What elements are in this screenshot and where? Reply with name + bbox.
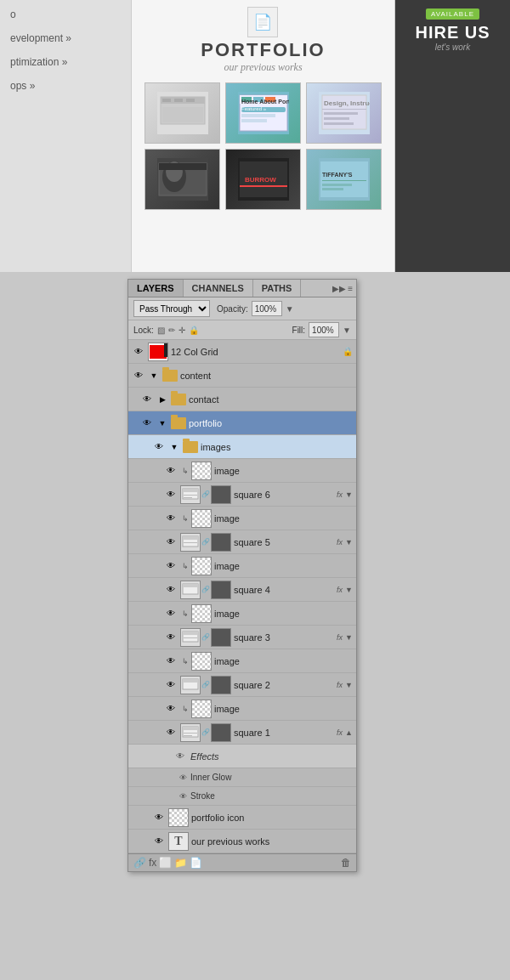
visibility-eye[interactable]: 👁 (152, 811, 166, 824)
folder-arrow-down[interactable]: ▼ (168, 441, 180, 453)
nav-item-2[interactable]: evelopment » (10, 32, 121, 44)
visibility-eye[interactable]: 👁 (164, 464, 178, 478)
svg-text:Design, Instruct: Design, Instruct (324, 99, 370, 107)
layer-images-folder[interactable]: 👁 ▼ images (128, 435, 356, 459)
panel-menu-icon[interactable]: ▶▶ (332, 284, 346, 293)
opacity-label: Opacity: (217, 304, 248, 314)
lock-paint-icon[interactable]: ✏ (168, 326, 175, 335)
layer-image2[interactable]: 👁 ↳ image (128, 649, 356, 673)
layer-image6[interactable]: 👁 ↳ image (128, 459, 356, 483)
opacity-value[interactable]: 100% (252, 301, 282, 316)
new-group-button[interactable]: 📁 (174, 857, 187, 869)
visibility-eye[interactable]: 👁 (152, 440, 166, 454)
layer-image3[interactable]: 👁 ↳ image (128, 602, 356, 626)
fill-value[interactable]: 100% (309, 322, 339, 337)
layer-12col-grid[interactable]: 👁 12 Col Grid 🔒 (128, 340, 356, 364)
tab-layers[interactable]: LAYERS (128, 280, 184, 297)
hire-panel: AVAILABLE HIRE US let's work (395, 0, 510, 272)
tab-paths[interactable]: PATHS (253, 280, 302, 297)
effect-eye-inner-glow[interactable]: 👁 (179, 773, 187, 782)
thumb-pair-square5: 🔗 (180, 533, 231, 552)
layer-fx-arrow-square5[interactable]: ▼ (345, 538, 353, 547)
effects-eye[interactable]: 👁 (176, 751, 184, 761)
lock-transparency-icon[interactable]: ▨ (157, 326, 165, 335)
portfolio-thumb-2[interactable]: Home About Port Featured » (225, 82, 301, 144)
visibility-eye[interactable]: 👁 (164, 726, 178, 739)
layer-thumb-12col (148, 343, 168, 361)
lock-all-icon[interactable]: 🔒 (189, 326, 199, 335)
opacity-arrow[interactable]: ▼ (286, 304, 294, 314)
portfolio-thumb-3[interactable]: Design, Instruct (306, 82, 382, 144)
layer-name-images: images (201, 442, 353, 452)
link-icon: 🔗 (201, 633, 210, 641)
nav-item-3[interactable]: ptimization » (10, 56, 121, 68)
layer-thumb-square3-main (180, 628, 201, 647)
effect-eye-stroke[interactable]: 👁 (179, 792, 187, 801)
portfolio-thumb-4[interactable] (144, 149, 220, 210)
layers-list: 👁 12 Col Grid 🔒 👁 ▼ content 👁 ▶ contact … (128, 340, 356, 853)
visibility-eye[interactable]: 👁 (152, 835, 166, 848)
layer-contact-folder[interactable]: 👁 ▶ contact (128, 388, 356, 411)
portfolio-thumb-5[interactable]: BURROW (225, 149, 301, 210)
visibility-eye[interactable]: 👁 (164, 488, 178, 501)
add-style-button[interactable]: fx (149, 857, 156, 869)
svg-rect-4 (174, 99, 183, 102)
layer-fx-arrow-square6[interactable]: ▼ (345, 490, 353, 499)
nav-item-1[interactable]: o (10, 8, 121, 20)
visibility-eye[interactable]: 👁 (140, 416, 154, 430)
folder-icon-content (162, 370, 178, 382)
effect-inner-glow[interactable]: 👁 Inner Glow (128, 768, 356, 787)
layer-fx-arrow-square2[interactable]: ▼ (345, 681, 353, 689)
layer-square5[interactable]: 👁 🔗 square 5 fx ▼ (128, 530, 356, 554)
visibility-eye[interactable]: 👁 (164, 654, 178, 668)
layer-thumb-square5-main (180, 533, 201, 552)
portfolio-thumb-1[interactable] (144, 82, 220, 144)
nav-item-4[interactable]: ops » (10, 80, 121, 92)
layer-thumb-text: T (168, 832, 189, 851)
visibility-eye[interactable]: 👁 (164, 535, 178, 549)
folder-arrow-down[interactable]: ▼ (148, 370, 160, 382)
svg-rect-15 (241, 119, 267, 122)
layer-thumb-image6 (191, 462, 212, 480)
layer-fx-arrow-square3[interactable]: ▼ (345, 633, 353, 642)
visibility-eye[interactable]: 👁 (164, 678, 178, 692)
blend-mode-select[interactable]: Pass Through Normal Multiply Screen (133, 300, 210, 317)
visibility-eye[interactable]: 👁 (140, 393, 154, 406)
layer-fx-arrow-square4[interactable]: ▼ (345, 586, 353, 594)
layer-image1[interactable]: 👁 ↳ image (128, 697, 356, 721)
layer-content-folder[interactable]: 👁 ▼ content (128, 364, 356, 388)
portfolio-thumb-6[interactable]: TIFFANY'S (306, 149, 382, 210)
lock-position-icon[interactable]: ✛ (178, 326, 185, 335)
add-mask-button[interactable]: ⬜ (159, 857, 172, 869)
layer-square6[interactable]: 👁 🔗 square 6 fx ▼ (128, 483, 356, 507)
visibility-eye[interactable]: 👁 (164, 512, 178, 525)
link-layers-button[interactable]: 🔗 (133, 857, 146, 869)
layer-square3[interactable]: 👁 🔗 square 3 fx ▼ (128, 626, 356, 649)
layer-portfolio-folder[interactable]: 👁 ▼ portfolio (128, 411, 356, 435)
visibility-eye[interactable]: 👁 (164, 607, 178, 620)
delete-layer-button[interactable]: 🗑 (341, 857, 351, 869)
visibility-eye[interactable]: 👁 (132, 369, 145, 382)
fill-arrow[interactable]: ▼ (343, 326, 351, 335)
tab-channels[interactable]: CHANNELS (184, 280, 253, 297)
new-layer-button[interactable]: 📄 (190, 857, 202, 869)
layer-image4[interactable]: 👁 ↳ image (128, 554, 356, 578)
folder-arrow-right[interactable]: ▶ (156, 394, 168, 405)
layer-fx-arrow-square1[interactable]: ▲ (345, 728, 353, 737)
visibility-eye[interactable]: 👁 (164, 631, 178, 644)
layer-square2[interactable]: 👁 🔗 square 2 fx ▼ (128, 673, 356, 697)
layer-portfolio-icon[interactable]: 👁 portfolio icon (128, 806, 356, 830)
visibility-eye[interactable]: 👁 (164, 702, 178, 716)
layer-our-previous-works[interactable]: 👁 T our previous works (128, 830, 356, 853)
visibility-eye[interactable]: 👁 (164, 559, 178, 573)
visibility-eye[interactable]: 👁 (164, 583, 178, 597)
effect-stroke[interactable]: 👁 Stroke (128, 787, 356, 806)
layer-image5[interactable]: 👁 ↳ image (128, 507, 356, 530)
layer-thumb-square6-main (180, 485, 201, 504)
layer-square1[interactable]: 👁 🔗 square 1 fx ▲ (128, 721, 356, 745)
folder-arrow-down[interactable]: ▼ (156, 417, 168, 429)
layer-square4[interactable]: 👁 🔗 square 4 fx ▼ (128, 578, 356, 602)
panel-options-icon[interactable]: ≡ (348, 284, 353, 293)
lock-label: Lock: (133, 326, 154, 335)
visibility-eye[interactable]: 👁 (132, 345, 145, 359)
